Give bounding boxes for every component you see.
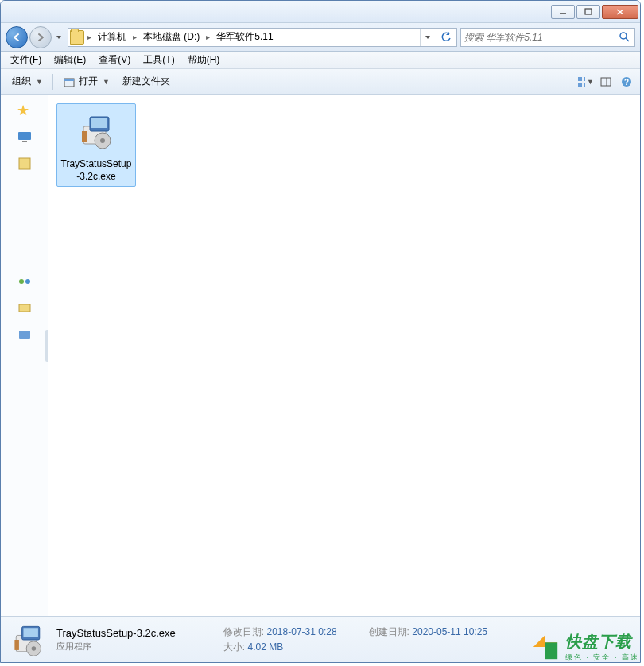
menu-edit[interactable]: 编辑(E) (48, 52, 92, 68)
navigation-bar: ▸ 计算机 ▸ 本地磁盘 (D:) ▸ 华军软件5.11 (1, 23, 640, 52)
toolbar-right: ▼ ? (576, 73, 635, 91)
installer-icon (72, 107, 120, 155)
details-pane: TrayStatusSetup-3.2c.exe 应用程序 修改日期: 2018… (1, 616, 640, 662)
homegroup-icon[interactable] (17, 273, 33, 289)
preview-pane-button[interactable] (597, 73, 615, 91)
network-icon[interactable] (17, 327, 33, 343)
svg-rect-10 (578, 83, 582, 87)
search-icon[interactable] (619, 31, 631, 44)
help-button[interactable]: ? (618, 73, 635, 91)
svg-text:?: ? (624, 78, 629, 87)
chevron-right-icon[interactable]: ▸ (86, 33, 93, 41)
details-info: TrayStatusSetup-3.2c.exe 应用程序 (56, 627, 176, 652)
svg-rect-34 (14, 640, 19, 650)
chevron-right-icon[interactable]: ▸ (204, 33, 211, 41)
svg-point-27 (100, 138, 105, 143)
chevron-down-icon: ▼ (36, 78, 43, 86)
svg-rect-22 (19, 331, 30, 339)
create-date-value: 2020-05-11 10:25 (412, 626, 487, 637)
svg-point-19 (19, 279, 24, 284)
navigation-pane[interactable]: ★ (1, 95, 48, 616)
menu-tools[interactable]: 工具(T) (137, 52, 180, 68)
separator (52, 74, 53, 90)
breadcrumb-folder[interactable]: 华军软件5.11 (213, 29, 276, 46)
refresh-button[interactable] (436, 29, 455, 46)
svg-rect-1 (585, 9, 592, 14)
explorer-window: ▸ 计算机 ▸ 本地磁盘 (D:) ▸ 华军软件5.11 文件(F) 编辑(E)… (0, 0, 641, 663)
chevron-right-icon[interactable]: ▸ (131, 33, 138, 41)
menu-view[interactable]: 查看(V) (92, 52, 137, 68)
mod-date-value: 2018-07-31 0:28 (267, 626, 337, 637)
file-name-label: TrayStatusSetup-3.2c.exe (60, 158, 132, 183)
titlebar (1, 1, 640, 23)
minimize-button[interactable] (551, 5, 575, 19)
libraries-icon[interactable] (17, 156, 33, 172)
back-button[interactable] (6, 26, 28, 48)
svg-point-20 (25, 279, 30, 284)
nav-arrows (6, 26, 64, 48)
details-filename: TrayStatusSetup-3.2c.exe (56, 627, 176, 639)
details-file-icon (9, 621, 47, 659)
details-filetype: 应用程序 (56, 641, 176, 652)
create-date-label: 创建日期: (369, 626, 409, 637)
svg-point-4 (620, 33, 627, 39)
svg-rect-25 (91, 118, 107, 128)
organize-button[interactable]: 组织 ▼ (6, 72, 49, 91)
search-box[interactable] (460, 28, 635, 47)
desktop-icon[interactable] (17, 129, 33, 145)
svg-line-5 (626, 38, 629, 41)
svg-rect-18 (19, 158, 30, 169)
svg-rect-17 (22, 141, 27, 142)
svg-rect-28 (82, 131, 87, 142)
open-button[interactable]: 打开 ▼ (56, 72, 116, 91)
size-value: 4.02 MB (248, 641, 284, 652)
svg-rect-8 (578, 77, 582, 81)
toolbar-label: 打开 (79, 75, 98, 88)
svg-rect-9 (584, 77, 585, 81)
close-button[interactable] (602, 5, 638, 19)
view-options-button[interactable]: ▼ (576, 73, 594, 91)
new-folder-button[interactable]: 新建文件夹 (116, 72, 177, 91)
forward-button[interactable] (29, 26, 52, 48)
address-bar[interactable]: ▸ 计算机 ▸ 本地磁盘 (D:) ▸ 华军软件5.11 (68, 28, 457, 47)
svg-rect-11 (584, 83, 585, 87)
file-item[interactable]: TrayStatusSetup-3.2c.exe (56, 103, 136, 187)
toolbar: 组织 ▼ 打开 ▼ 新建文件夹 ▼ ? (1, 69, 640, 95)
toolbar-label: 组织 (12, 75, 31, 88)
nav-history-dropdown[interactable] (53, 26, 64, 48)
toolbar-label: 新建文件夹 (122, 75, 170, 88)
chevron-down-icon: ▼ (103, 78, 110, 86)
content-area: ★ TrayStatusSe (1, 95, 640, 616)
folder-icon (70, 30, 84, 45)
svg-rect-12 (601, 78, 611, 86)
svg-point-33 (32, 646, 37, 651)
svg-rect-31 (23, 628, 37, 637)
search-input[interactable] (464, 32, 619, 43)
mod-date-label: 修改日期: (223, 626, 264, 637)
chevron-down-icon: ▼ (587, 78, 594, 86)
address-dropdown[interactable] (420, 29, 434, 46)
computer-icon[interactable] (17, 300, 33, 316)
size-label: 大小: (223, 641, 245, 652)
menu-bar: 文件(F) 编辑(E) 查看(V) 工具(T) 帮助(H) (1, 52, 640, 69)
maximize-button[interactable] (576, 5, 600, 19)
details-meta: 修改日期: 2018-07-31 0:28 大小: 4.02 MB 创建日期: … (223, 625, 487, 654)
file-list[interactable]: TrayStatusSetup-3.2c.exe (48, 95, 640, 616)
menu-help[interactable]: 帮助(H) (181, 52, 227, 68)
breadcrumb-drive[interactable]: 本地磁盘 (D:) (140, 29, 203, 46)
svg-rect-7 (64, 79, 74, 81)
favorites-icon[interactable]: ★ (17, 102, 33, 118)
breadcrumb-computer[interactable]: 计算机 (95, 29, 130, 46)
svg-rect-21 (19, 304, 30, 312)
svg-rect-16 (18, 132, 31, 140)
menu-file[interactable]: 文件(F) (4, 52, 48, 68)
open-icon (63, 76, 76, 88)
